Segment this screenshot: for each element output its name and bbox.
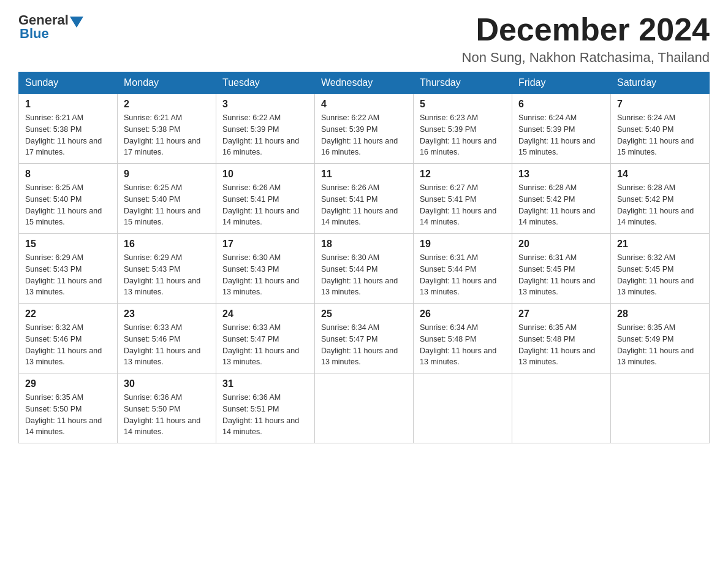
table-row: 7 Sunrise: 6:24 AM Sunset: 5:40 PM Dayli… [611,94,710,164]
table-row: 27 Sunrise: 6:35 AM Sunset: 5:48 PM Dayl… [512,304,611,373]
day-info: Sunrise: 6:35 AM Sunset: 5:48 PM Dayligh… [518,322,604,368]
logo: General Blue [18,12,83,42]
location-title: Non Sung, Nakhon Ratchasima, Thailand [462,50,710,66]
table-row: 13 Sunrise: 6:28 AM Sunset: 5:42 PM Dayl… [512,164,611,234]
table-row: 22 Sunrise: 6:32 AM Sunset: 5:46 PM Dayl… [19,304,118,373]
day-info: Sunrise: 6:21 AM Sunset: 5:38 PM Dayligh… [124,112,210,158]
header-monday: Monday [118,72,216,94]
table-row [512,373,611,443]
header-thursday: Thursday [414,72,512,94]
day-info: Sunrise: 6:36 AM Sunset: 5:50 PM Dayligh… [124,392,210,438]
calendar-week-row: 1 Sunrise: 6:21 AM Sunset: 5:38 PM Dayli… [19,94,710,164]
table-row: 15 Sunrise: 6:29 AM Sunset: 5:43 PM Dayl… [19,234,118,304]
header-saturday: Saturday [611,72,710,94]
table-row: 11 Sunrise: 6:26 AM Sunset: 5:41 PM Dayl… [315,164,414,234]
logo-triangle-icon [70,14,83,28]
day-number: 3 [222,99,308,110]
table-row: 31 Sunrise: 6:36 AM Sunset: 5:51 PM Dayl… [216,373,315,443]
table-row: 2 Sunrise: 6:21 AM Sunset: 5:38 PM Dayli… [118,94,216,164]
day-number: 12 [420,169,506,180]
day-info: Sunrise: 6:29 AM Sunset: 5:43 PM Dayligh… [124,252,210,298]
table-row: 30 Sunrise: 6:36 AM Sunset: 5:50 PM Dayl… [118,373,216,443]
calendar-week-row: 8 Sunrise: 6:25 AM Sunset: 5:40 PM Dayli… [19,164,710,234]
day-info: Sunrise: 6:25 AM Sunset: 5:40 PM Dayligh… [124,182,210,228]
day-number: 28 [617,308,703,320]
day-info: Sunrise: 6:34 AM Sunset: 5:47 PM Dayligh… [321,322,407,368]
table-row: 14 Sunrise: 6:28 AM Sunset: 5:42 PM Dayl… [611,164,710,234]
table-row [315,373,414,443]
table-row: 16 Sunrise: 6:29 AM Sunset: 5:43 PM Dayl… [118,234,216,304]
day-info: Sunrise: 6:22 AM Sunset: 5:39 PM Dayligh… [321,112,407,158]
day-info: Sunrise: 6:29 AM Sunset: 5:43 PM Dayligh… [25,252,111,298]
day-info: Sunrise: 6:35 AM Sunset: 5:50 PM Dayligh… [25,392,111,438]
day-number: 14 [617,169,703,180]
svg-marker-0 [70,17,83,28]
table-row: 25 Sunrise: 6:34 AM Sunset: 5:47 PM Dayl… [315,304,414,373]
day-info: Sunrise: 6:32 AM Sunset: 5:45 PM Dayligh… [617,252,703,298]
day-info: Sunrise: 6:31 AM Sunset: 5:45 PM Dayligh… [518,252,604,298]
month-title: December 2024 [462,12,710,47]
table-row: 18 Sunrise: 6:30 AM Sunset: 5:44 PM Dayl… [315,234,414,304]
day-number: 26 [420,308,506,320]
header-row: Sunday Monday Tuesday Wednesday Thursday… [19,72,710,94]
table-row: 23 Sunrise: 6:33 AM Sunset: 5:46 PM Dayl… [118,304,216,373]
page-header: General Blue December 2024 Non Sung, Nak… [18,12,710,66]
day-info: Sunrise: 6:25 AM Sunset: 5:40 PM Dayligh… [25,182,111,228]
day-info: Sunrise: 6:23 AM Sunset: 5:39 PM Dayligh… [420,112,506,158]
day-info: Sunrise: 6:26 AM Sunset: 5:41 PM Dayligh… [222,182,308,228]
day-number: 31 [222,378,308,389]
calendar-table: Sunday Monday Tuesday Wednesday Thursday… [18,72,710,443]
day-number: 29 [25,378,111,389]
day-info: Sunrise: 6:28 AM Sunset: 5:42 PM Dayligh… [617,182,703,228]
day-number: 1 [25,99,111,110]
day-number: 27 [518,308,604,320]
header-tuesday: Tuesday [216,72,315,94]
logo-text-blue: Blue [20,26,49,42]
title-section: December 2024 Non Sung, Nakhon Ratchasim… [462,12,710,66]
table-row: 26 Sunrise: 6:34 AM Sunset: 5:48 PM Dayl… [414,304,512,373]
day-number: 6 [518,99,604,110]
day-info: Sunrise: 6:24 AM Sunset: 5:39 PM Dayligh… [518,112,604,158]
day-number: 22 [25,308,111,320]
header-sunday: Sunday [19,72,118,94]
calendar-week-row: 22 Sunrise: 6:32 AM Sunset: 5:46 PM Dayl… [19,304,710,373]
table-row: 19 Sunrise: 6:31 AM Sunset: 5:44 PM Dayl… [414,234,512,304]
day-info: Sunrise: 6:31 AM Sunset: 5:44 PM Dayligh… [420,252,506,298]
day-info: Sunrise: 6:21 AM Sunset: 5:38 PM Dayligh… [25,112,111,158]
table-row: 12 Sunrise: 6:27 AM Sunset: 5:41 PM Dayl… [414,164,512,234]
day-info: Sunrise: 6:36 AM Sunset: 5:51 PM Dayligh… [222,392,308,438]
day-number: 9 [124,169,210,180]
day-info: Sunrise: 6:24 AM Sunset: 5:40 PM Dayligh… [617,112,703,158]
day-info: Sunrise: 6:28 AM Sunset: 5:42 PM Dayligh… [518,182,604,228]
day-info: Sunrise: 6:32 AM Sunset: 5:46 PM Dayligh… [25,322,111,368]
day-info: Sunrise: 6:33 AM Sunset: 5:46 PM Dayligh… [124,322,210,368]
day-number: 7 [617,99,703,110]
day-info: Sunrise: 6:35 AM Sunset: 5:49 PM Dayligh… [617,322,703,368]
day-number: 10 [222,169,308,180]
table-row: 28 Sunrise: 6:35 AM Sunset: 5:49 PM Dayl… [611,304,710,373]
table-row: 6 Sunrise: 6:24 AM Sunset: 5:39 PM Dayli… [512,94,611,164]
calendar-week-row: 29 Sunrise: 6:35 AM Sunset: 5:50 PM Dayl… [19,373,710,443]
day-number: 23 [124,308,210,320]
table-row: 21 Sunrise: 6:32 AM Sunset: 5:45 PM Dayl… [611,234,710,304]
table-row: 17 Sunrise: 6:30 AM Sunset: 5:43 PM Dayl… [216,234,315,304]
table-row: 4 Sunrise: 6:22 AM Sunset: 5:39 PM Dayli… [315,94,414,164]
header-wednesday: Wednesday [315,72,414,94]
day-number: 18 [321,239,407,250]
day-number: 5 [420,99,506,110]
day-number: 21 [617,239,703,250]
day-info: Sunrise: 6:30 AM Sunset: 5:44 PM Dayligh… [321,252,407,298]
day-info: Sunrise: 6:26 AM Sunset: 5:41 PM Dayligh… [321,182,407,228]
table-row: 24 Sunrise: 6:33 AM Sunset: 5:47 PM Dayl… [216,304,315,373]
table-row: 1 Sunrise: 6:21 AM Sunset: 5:38 PM Dayli… [19,94,118,164]
table-row: 9 Sunrise: 6:25 AM Sunset: 5:40 PM Dayli… [118,164,216,234]
day-number: 20 [518,239,604,250]
day-number: 19 [420,239,506,250]
day-number: 30 [124,378,210,389]
table-row: 3 Sunrise: 6:22 AM Sunset: 5:39 PM Dayli… [216,94,315,164]
day-number: 16 [124,239,210,250]
day-info: Sunrise: 6:34 AM Sunset: 5:48 PM Dayligh… [420,322,506,368]
day-info: Sunrise: 6:33 AM Sunset: 5:47 PM Dayligh… [222,322,308,368]
table-row: 5 Sunrise: 6:23 AM Sunset: 5:39 PM Dayli… [414,94,512,164]
day-info: Sunrise: 6:22 AM Sunset: 5:39 PM Dayligh… [222,112,308,158]
